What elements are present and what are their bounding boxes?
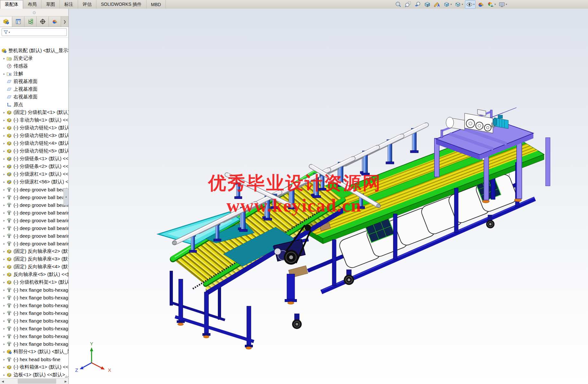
expand-arrow-icon[interactable]: ▸ <box>2 265 6 269</box>
tree-item-3[interactable]: ▸注解 <box>0 70 68 78</box>
tree-item-12[interactable]: ▸(-) 分级动力链轮<4> (默认) <<默认>_显示状态 1> <box>0 139 68 147</box>
menu-tab-1[interactable]: 布局 <box>23 0 41 9</box>
hscroll-left-arrow[interactable]: ◀ <box>0 379 5 384</box>
menu-tab-4[interactable]: 评估 <box>78 0 96 9</box>
panel-grip[interactable] <box>0 9 68 16</box>
expand-arrow-icon[interactable]: ▸ <box>2 280 6 284</box>
expand-arrow-icon[interactable]: ▸ <box>2 211 6 215</box>
tree-item-9[interactable]: ▸(-) 非动力轴<1> (默认) <<默认>_显示状态 1> <box>0 116 68 124</box>
tree-item-4[interactable]: 前视基准面 <box>0 78 68 85</box>
expand-arrow-icon[interactable]: ▸ <box>2 342 6 346</box>
tree-item-39[interactable]: ▸料部分<1> (默认) <默认_显示状态-1> <box>0 348 68 355</box>
tree-item-15[interactable]: ▸(-) 分级链条<2> (默认) <<默认>_显示状态 1> <box>0 162 68 170</box>
tree-item-0[interactable]: 整机装配 (默认) <默认_显示状态-1> <box>0 47 68 54</box>
tab-property-manager[interactable] <box>12 16 24 27</box>
tree-item-32[interactable]: ▸(-) hex flange bolts-hexagon <box>0 294 68 301</box>
expand-arrow-icon[interactable]: ▸ <box>2 350 6 353</box>
expand-arrow-icon[interactable]: ▸ <box>2 358 6 361</box>
expand-arrow-icon[interactable]: ▸ <box>2 118 6 122</box>
tree-item-17[interactable]: ▸(-) 分级滚杠<56> (默认) <<默认>_显示状态 1> <box>0 178 68 186</box>
tree-item-42[interactable]: ▸边板<1> (默认) <<默认>_显示状态 1> <box>0 371 68 379</box>
tab-feature-manager[interactable] <box>0 16 12 27</box>
tree-item-25[interactable]: ▸(-) deep groove ball bearing <box>0 240 68 247</box>
tree-item-33[interactable]: ▸(-) hex flange bolts-hexagon <box>0 301 68 309</box>
tree-item-5[interactable]: 上视基准面 <box>0 85 68 93</box>
previous-view-button[interactable] <box>414 1 422 8</box>
expand-arrow-icon[interactable]: ▸ <box>2 304 6 307</box>
expand-arrow-icon[interactable]: ▸ <box>2 257 6 261</box>
tree-item-38[interactable]: ▸(-) hex flange bolts-hexagon <box>0 340 68 348</box>
expand-arrow-icon[interactable]: ▸ <box>2 134 6 137</box>
tree-item-27[interactable]: ▸(固定) 反向轴承座<3> (默认) <<默认>_显示状态 1> <box>0 255 68 263</box>
zoom-to-fit-button[interactable] <box>394 1 403 8</box>
tree-scroll-up[interactable]: ⌃ <box>65 48 68 51</box>
expand-arrow-icon[interactable]: ▸ <box>2 327 6 330</box>
hscroll-track[interactable] <box>5 379 63 384</box>
graphics-area[interactable]: 优秀毕业设计资源网 www.keyicad.cn Y X Z <box>69 9 588 384</box>
edit-appearance-button[interactable] <box>477 1 485 8</box>
expand-arrow-icon[interactable]: ▸ <box>2 72 6 76</box>
zoom-to-area-button[interactable] <box>404 1 412 8</box>
expand-arrow-icon[interactable]: ▸ <box>2 234 6 238</box>
tree-item-18[interactable]: ▸(-) deep groove ball bearing <box>0 186 68 193</box>
expand-arrow-icon[interactable]: ▸ <box>2 157 6 160</box>
hide-show-items-button[interactable]: ▾ <box>465 0 476 9</box>
apply-scene-button[interactable]: ▾ <box>486 1 496 8</box>
tree-item-40[interactable]: ▸(-) hex head bolts-fine <box>0 355 68 363</box>
expand-arrow-icon[interactable]: ▸ <box>2 250 6 253</box>
tab-dimxpert-manager[interactable] <box>37 16 49 27</box>
tree-item-24[interactable]: ▸(-) deep groove ball bearing <box>0 232 68 240</box>
expand-arrow-icon[interactable]: ▸ <box>2 180 6 184</box>
dropdown-arrow-icon[interactable]: ▾ <box>473 3 475 6</box>
tree-item-37[interactable]: ▸(-) hex flange bolts-hexagon <box>0 332 68 340</box>
expand-arrow-icon[interactable]: ▸ <box>2 126 6 130</box>
view-orientation-button[interactable]: ▾ <box>442 1 452 8</box>
menu-tab-6[interactable]: MBD <box>147 0 166 9</box>
hscroll-thumb[interactable] <box>18 379 56 384</box>
expand-arrow-icon[interactable]: ▸ <box>2 111 6 114</box>
expand-arrow-icon[interactable]: ▸ <box>2 319 6 323</box>
tree-item-28[interactable]: ▸(固定) 反向轴承座<4> (默认) <<默认>_显示状态 1> <box>0 263 68 270</box>
menu-tab-2[interactable]: 草图 <box>41 0 60 9</box>
hscroll-right-arrow[interactable]: ▶ <box>63 379 68 384</box>
tree-item-23[interactable]: ▸(-) deep groove ball bearing <box>0 224 68 232</box>
tree-item-8[interactable]: ▸(固定) 分级机架<1> (默认) <<默认>_显示状态 1> <box>0 108 68 116</box>
expand-arrow-icon[interactable]: ▸ <box>2 142 6 145</box>
tree-item-13[interactable]: ▸(-) 分级动力链轮<5> (默认) <<默认>_显示状态 1> <box>0 147 68 155</box>
menu-tab-0[interactable]: 装配体 <box>0 0 23 9</box>
tree-item-6[interactable]: 右视基准面 <box>0 93 68 101</box>
expand-arrow-icon[interactable]: ▸ <box>2 334 6 338</box>
tab-display-manager[interactable] <box>49 16 61 27</box>
tree-item-21[interactable]: ▸(-) deep groove ball bearing <box>0 209 68 216</box>
expand-arrow-icon[interactable]: ▸ <box>2 365 6 369</box>
expand-arrow-icon[interactable]: ▸ <box>2 273 6 276</box>
display-style-button[interactable]: ▾ <box>454 1 464 8</box>
panel-collapse-handle[interactable]: ◂ <box>63 188 69 206</box>
panel-tabs-overflow-button[interactable]: ❯ <box>61 16 68 27</box>
tree-item-11[interactable]: ▸(-) 分级动力链轮<3> (默认) <<默认>_显示状态 1> <box>0 132 68 139</box>
tree-item-36[interactable]: ▸(-) hex flange bolts-hexagon <box>0 325 68 332</box>
expand-arrow-icon[interactable]: ▸ <box>2 196 6 199</box>
filter-input[interactable]: ▾ <box>2 28 67 36</box>
tree-item-26[interactable]: ▸(固定) 反向轴承座<2> (默认) <<默认>_显示状态 1> <box>0 247 68 255</box>
expand-arrow-icon[interactable]: ▸ <box>2 288 6 292</box>
expand-arrow-icon[interactable]: ▸ <box>2 57 6 60</box>
tree-item-1[interactable]: ▸历史记录 <box>0 54 68 62</box>
filter-dropdown-arrow[interactable]: ▾ <box>9 31 10 34</box>
tree-item-20[interactable]: ▸(-) deep groove ball bearing <box>0 201 68 209</box>
dropdown-arrow-icon[interactable]: ▾ <box>506 3 507 6</box>
tree-item-19[interactable]: ▸(-) deep groove ball bearing <box>0 193 68 201</box>
dropdown-arrow-icon[interactable]: ▾ <box>494 3 496 6</box>
expand-arrow-icon[interactable]: ▸ <box>2 296 6 299</box>
tree-item-22[interactable]: ▸(-) deep groove ball bearing <box>0 216 68 224</box>
menu-tab-3[interactable]: 标注 <box>60 0 78 9</box>
expand-arrow-icon[interactable]: ▸ <box>2 219 6 222</box>
view-settings-button[interactable]: ▾ <box>498 1 508 8</box>
expand-arrow-icon[interactable]: ▸ <box>2 172 6 176</box>
tree-scroll-down[interactable]: ⌄ <box>65 373 68 377</box>
tree-item-7[interactable]: 原点 <box>0 101 68 108</box>
tree-item-29[interactable]: ▸反向轴承座<5> (默认) <<默认>_显示状态 1> <box>0 270 68 278</box>
expand-arrow-icon[interactable]: ▸ <box>2 165 6 168</box>
tab-configuration-manager[interactable] <box>24 16 37 27</box>
expand-arrow-icon[interactable]: ▸ <box>2 188 6 191</box>
